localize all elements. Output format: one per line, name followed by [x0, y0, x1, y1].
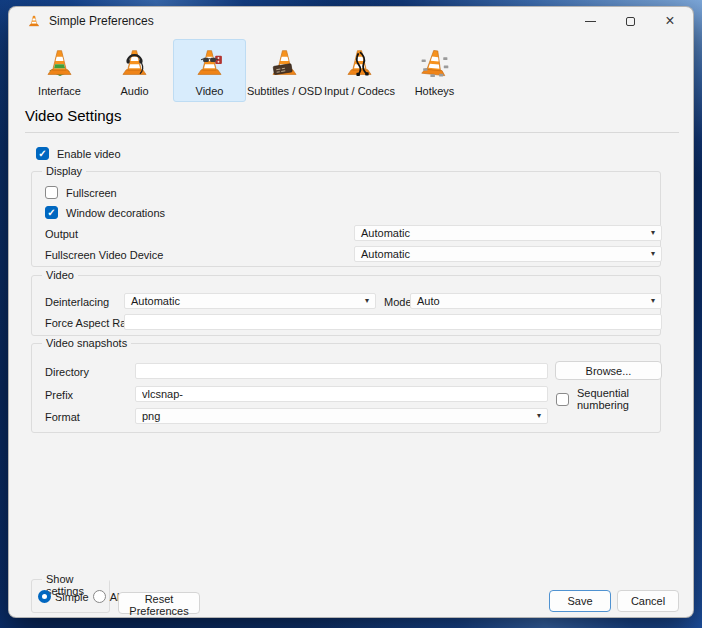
deinterlace-mode-select[interactable]: Auto ▾: [410, 293, 662, 309]
reset-preferences-button[interactable]: Reset Preferences: [118, 592, 200, 614]
tab-hotkeys[interactable]: Hotkeys: [398, 39, 471, 102]
format-select[interactable]: png ▾: [135, 408, 548, 424]
deinterlacing-label: Deinterlacing: [45, 296, 109, 308]
save-button[interactable]: Save: [549, 590, 611, 612]
checkbox-box[interactable]: [45, 206, 58, 219]
vlc-cone-audio-icon: [118, 46, 151, 79]
vlc-cone-video-icon: [193, 46, 226, 79]
divider: [25, 132, 679, 133]
vlc-cone-hotkeys-icon: [418, 46, 451, 79]
fullscreen-video-device-label: Fullscreen Video Device: [45, 249, 163, 261]
vlc-cone-input-icon: [343, 46, 376, 79]
video-group: Video Deinterlacing Automatic ▾ Mode Aut…: [31, 275, 661, 336]
prefix-label: Prefix: [45, 389, 73, 401]
prefix-input[interactable]: [135, 386, 548, 402]
preferences-dialog: Simple Preferences × Interface Au: [8, 6, 694, 618]
chevron-down-icon: ▾: [537, 412, 541, 420]
vlc-cone-interface-icon: [43, 46, 76, 79]
sequential-numbering-checkbox[interactable]: Sequential numbering: [556, 387, 660, 411]
tab-video[interactable]: Video: [173, 39, 246, 102]
tab-subtitles-osd[interactable]: Subtitles / OSD: [248, 39, 321, 102]
output-label: Output: [45, 228, 78, 240]
page-title: Video Settings: [25, 107, 121, 124]
minimize-button[interactable]: [583, 14, 597, 28]
tab-audio[interactable]: Audio: [98, 39, 171, 102]
checkbox-box[interactable]: [556, 393, 569, 406]
vlc-logo-icon: [27, 14, 41, 28]
checkbox-box[interactable]: [45, 186, 58, 199]
radio-all[interactable]: [93, 590, 106, 603]
fullscreen-video-device-select[interactable]: Automatic ▾: [354, 246, 662, 262]
fullscreen-checkbox[interactable]: Fullscreen: [45, 186, 117, 199]
chevron-down-icon: ▾: [651, 229, 655, 237]
window-decorations-checkbox[interactable]: Window decorations: [45, 206, 165, 219]
window-title: Simple Preferences: [49, 14, 154, 28]
vlc-cone-subtitles-icon: [268, 46, 301, 79]
force-aspect-ratio-input[interactable]: [124, 314, 662, 330]
title-bar[interactable]: Simple Preferences ×: [9, 7, 693, 35]
checkbox-box[interactable]: [36, 147, 49, 160]
deinterlacing-select[interactable]: Automatic ▾: [124, 293, 376, 309]
chevron-down-icon: ▾: [651, 250, 655, 258]
video-snapshots-group: Video snapshots Directory Browse... Pref…: [31, 343, 661, 433]
tab-interface[interactable]: Interface: [23, 39, 96, 102]
browse-button[interactable]: Browse...: [555, 361, 662, 380]
output-select[interactable]: Automatic ▾: [354, 225, 662, 241]
maximize-button[interactable]: [623, 14, 637, 28]
radio-simple[interactable]: [38, 590, 51, 603]
display-group: Display Fullscreen Window decorations Ou…: [31, 171, 661, 267]
chevron-down-icon: ▾: [365, 297, 369, 305]
chevron-down-icon: ▾: [651, 297, 655, 305]
cancel-button[interactable]: Cancel: [617, 590, 679, 612]
show-settings-group: Show settings Simple All: [31, 579, 110, 613]
mode-label: Mode: [384, 296, 412, 308]
directory-input[interactable]: [135, 363, 548, 379]
preferences-toolbar: Interface Audio Video: [23, 39, 471, 102]
format-label: Format: [45, 411, 80, 423]
close-button[interactable]: ×: [663, 14, 677, 28]
tab-input-codecs[interactable]: Input / Codecs: [323, 39, 396, 102]
directory-label: Directory: [45, 366, 89, 378]
enable-video-checkbox[interactable]: Enable video: [36, 147, 121, 160]
